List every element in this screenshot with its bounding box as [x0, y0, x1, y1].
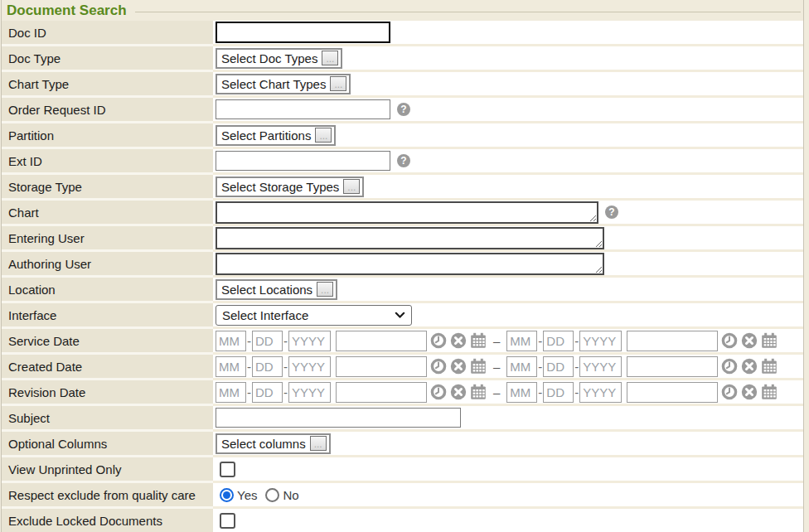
row-revision-date: Revision Date - - – -	[2, 380, 803, 406]
calendar-icon[interactable]	[761, 384, 778, 400]
storage-type-picker[interactable]: Select Storage Types ...	[216, 177, 364, 197]
help-icon[interactable]: ?	[605, 206, 618, 219]
field-label-doc-type: Doc Type	[2, 46, 213, 72]
revision-date-from-time-input[interactable]	[336, 382, 427, 403]
service-date-to-time-input[interactable]	[627, 331, 718, 351]
order-request-id-input[interactable]	[216, 99, 390, 119]
revision-date-from-group: - -	[216, 382, 487, 403]
calendar-icon[interactable]	[470, 332, 487, 349]
radio-label-no: No	[283, 488, 298, 502]
chart-type-picker-label: Select Chart Types	[221, 77, 326, 91]
date-separator: -	[574, 334, 579, 348]
clear-icon[interactable]	[450, 384, 467, 400]
created-date-from-day-input[interactable]	[252, 356, 283, 377]
field-label-view-unprinted: View Unprinted Only	[2, 457, 213, 483]
help-icon[interactable]: ?	[397, 154, 410, 167]
ext-id-input[interactable]	[216, 151, 390, 171]
revision-date-to-year-input[interactable]	[579, 382, 622, 403]
field-label-doc-id: Doc ID	[2, 21, 213, 46]
partition-picker[interactable]: Select Partitions ...	[216, 125, 336, 146]
clear-icon[interactable]	[741, 384, 758, 400]
row-location: Location Select Locations ...	[2, 278, 803, 303]
row-view-unprinted: View Unprinted Only	[2, 457, 803, 483]
page-title: Document Search	[7, 2, 127, 19]
clock-icon[interactable]	[721, 384, 738, 400]
document-search-panel: Document Search Doc ID Doc Type Select D…	[1, 0, 804, 532]
field-label-partition: Partition	[2, 123, 213, 149]
field-label-storage-type: Storage Type	[2, 175, 213, 201]
subject-input[interactable]	[216, 408, 461, 428]
clock-icon[interactable]	[721, 332, 738, 349]
service-date-from-time-input[interactable]	[336, 331, 427, 351]
revision-date-from-day-input[interactable]	[252, 382, 283, 403]
chart-textarea[interactable]	[216, 201, 598, 224]
clock-icon[interactable]	[430, 332, 447, 349]
quality-care-radio-yes[interactable]	[220, 488, 234, 502]
created-date-to-year-input[interactable]	[579, 356, 622, 377]
field-label-revision-date: Revision Date	[2, 380, 213, 406]
row-chart-type: Chart Type Select Chart Types ...	[2, 72, 803, 98]
service-date-to-year-input[interactable]	[579, 331, 622, 351]
calendar-icon[interactable]	[761, 358, 778, 375]
date-separator: -	[574, 360, 579, 374]
created-date-to-day-input[interactable]	[543, 356, 574, 377]
date-separator: -	[247, 334, 251, 348]
quality-care-radio-no[interactable]	[265, 488, 279, 502]
location-more-button[interactable]: ...	[317, 282, 333, 297]
authoring-user-textarea[interactable]	[216, 253, 604, 275]
created-date-from-time-input[interactable]	[336, 356, 427, 377]
doc-type-more-button[interactable]: ...	[322, 51, 338, 65]
clear-icon[interactable]	[741, 332, 758, 349]
created-date-from-year-input[interactable]	[288, 356, 331, 377]
help-icon[interactable]: ?	[397, 103, 410, 116]
service-date-to-month-input[interactable]	[506, 331, 537, 351]
field-label-exclude-locked: Exclude Locked Documents	[2, 509, 213, 532]
exclude-locked-checkbox[interactable]	[220, 513, 235, 529]
service-date-from-year-input[interactable]	[288, 331, 331, 351]
created-date-to-time-input[interactable]	[627, 356, 718, 377]
clear-icon[interactable]	[741, 358, 758, 375]
calendar-icon[interactable]	[761, 332, 778, 349]
optional-columns-more-button[interactable]: ...	[310, 436, 327, 451]
date-range-dash: –	[493, 334, 500, 348]
doc-type-picker[interactable]: Select Doc Types ...	[216, 48, 342, 69]
storage-type-picker-label: Select Storage Types	[221, 180, 339, 194]
field-label-authoring-user: Authoring User	[2, 252, 213, 278]
field-label-created-date: Created Date	[2, 355, 213, 380]
clear-icon[interactable]	[450, 358, 467, 375]
row-order-request-id: Order Request ID ?	[2, 98, 803, 123]
calendar-icon[interactable]	[470, 358, 487, 375]
chart-type-picker[interactable]: Select Chart Types ...	[216, 74, 351, 94]
quality-care-radio-group: Yes No	[220, 488, 304, 502]
field-label-chart-type: Chart Type	[2, 72, 213, 98]
calendar-icon[interactable]	[470, 384, 487, 400]
chart-type-more-button[interactable]: ...	[330, 76, 346, 91]
service-date-from-month-input[interactable]	[216, 331, 246, 351]
view-unprinted-checkbox[interactable]	[220, 462, 235, 477]
optional-columns-picker[interactable]: Select columns ...	[216, 433, 331, 454]
clock-icon[interactable]	[430, 358, 447, 375]
service-date-to-day-input[interactable]	[543, 331, 574, 351]
location-picker[interactable]: Select Locations ...	[216, 279, 337, 300]
partition-more-button[interactable]: ...	[315, 128, 332, 143]
storage-type-more-button[interactable]: ...	[343, 179, 360, 194]
field-label-location: Location	[2, 278, 213, 303]
created-date-to-month-input[interactable]	[506, 356, 537, 377]
entering-user-textarea[interactable]	[216, 227, 604, 249]
clear-icon[interactable]	[450, 332, 467, 349]
clock-icon[interactable]	[721, 358, 738, 375]
doc-id-input[interactable]	[216, 22, 390, 43]
chevron-down-icon	[395, 312, 405, 319]
interface-select[interactable]: Select Interface	[216, 305, 412, 326]
row-interface: Interface Select Interface	[2, 303, 803, 329]
created-date-from-month-input[interactable]	[216, 356, 246, 377]
revision-date-to-month-input[interactable]	[506, 382, 537, 403]
row-subject: Subject	[2, 406, 803, 432]
revision-date-to-day-input[interactable]	[543, 382, 574, 403]
revision-date-to-time-input[interactable]	[627, 382, 718, 403]
clock-icon[interactable]	[430, 384, 447, 400]
service-date-from-day-input[interactable]	[252, 331, 283, 351]
date-separator: -	[538, 334, 542, 348]
revision-date-from-year-input[interactable]	[288, 382, 331, 403]
revision-date-from-month-input[interactable]	[216, 382, 246, 403]
